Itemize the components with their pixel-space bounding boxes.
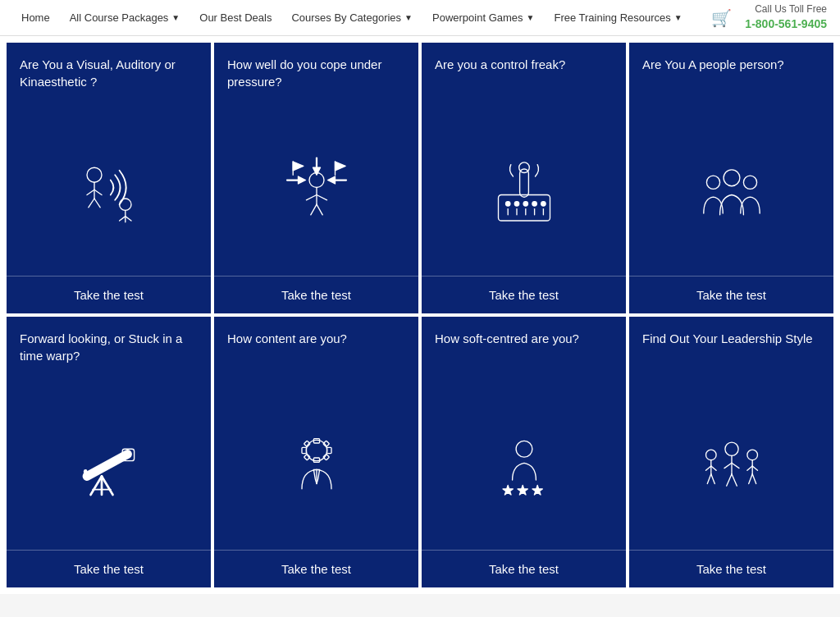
take-test-button[interactable]: Take the test bbox=[214, 276, 418, 313]
svg-line-4 bbox=[88, 199, 94, 208]
svg-line-66 bbox=[732, 474, 737, 486]
nav-deals[interactable]: Our Best Deals bbox=[191, 0, 280, 36]
take-test-button[interactable]: Take the test bbox=[7, 550, 211, 587]
nav-packages[interactable]: All Course Packages ▼ bbox=[62, 0, 189, 36]
phone-info: Call Us Toll Free 1-800-561-9405 bbox=[745, 2, 827, 32]
phone-number: 1-800-561-9405 bbox=[745, 16, 827, 33]
svg-marker-22 bbox=[335, 162, 345, 171]
card-leadership: Find Out Your Leadership Style bbox=[629, 317, 833, 587]
svg-line-75 bbox=[746, 466, 751, 470]
card-content: How content are you? bbox=[214, 317, 418, 587]
svg-line-13 bbox=[317, 195, 327, 200]
cart-icon[interactable]: 🛒 bbox=[711, 8, 732, 28]
card-learning-style: Are You a Visual, Auditory or Kinaesthet… bbox=[7, 43, 211, 313]
svg-line-8 bbox=[119, 217, 125, 221]
navbar: Home All Course Packages ▼ Our Best Deal… bbox=[0, 0, 840, 36]
card-title: Are You A people person? bbox=[642, 56, 820, 105]
telescope-icon bbox=[20, 389, 198, 542]
cards-grid: Are You a Visual, Auditory or Kinaesthet… bbox=[7, 43, 833, 587]
svg-point-73 bbox=[746, 450, 757, 460]
svg-rect-49 bbox=[302, 447, 306, 453]
svg-line-72 bbox=[710, 474, 714, 484]
svg-line-12 bbox=[306, 195, 317, 200]
svg-line-39 bbox=[87, 455, 128, 477]
svg-rect-23 bbox=[498, 195, 550, 222]
nav-resources[interactable]: Free Training Resources ▼ bbox=[546, 0, 690, 36]
svg-line-69 bbox=[705, 466, 710, 470]
card-title: How soft-centred are you? bbox=[435, 330, 613, 379]
svg-line-64 bbox=[732, 463, 739, 468]
card-title: How well do you cope under pressure? bbox=[227, 56, 405, 105]
svg-point-30 bbox=[541, 202, 545, 206]
svg-point-27 bbox=[514, 202, 518, 206]
card-telescope: Forward looking, or Stuck in a time warp… bbox=[7, 317, 211, 587]
nav-categories[interactable]: Courses By Categories ▼ bbox=[283, 0, 421, 36]
take-test-button[interactable]: Take the test bbox=[422, 550, 626, 587]
card-title: How content are you? bbox=[227, 330, 405, 379]
content-icon bbox=[227, 389, 405, 542]
svg-line-76 bbox=[752, 466, 757, 470]
svg-marker-16 bbox=[298, 176, 305, 184]
leadership-icon bbox=[642, 389, 820, 542]
svg-point-6 bbox=[119, 199, 130, 210]
pressure-icon bbox=[227, 115, 405, 267]
learning-style-icon bbox=[20, 115, 198, 267]
svg-point-61 bbox=[724, 442, 737, 455]
card-title: Forward looking, or Stuck in a time warp… bbox=[20, 330, 198, 379]
svg-line-2 bbox=[87, 190, 94, 194]
nav-powerpoint[interactable]: Powerpoint Games ▼ bbox=[424, 0, 542, 36]
main-content: Are You a Visual, Auditory or Kinaesthet… bbox=[0, 36, 840, 594]
take-test-button[interactable]: Take the test bbox=[422, 276, 626, 313]
svg-rect-50 bbox=[326, 447, 331, 453]
svg-line-77 bbox=[748, 474, 752, 484]
card-soft: How soft-centred are you? ★ ★ ★ Take the… bbox=[422, 317, 626, 587]
svg-point-38 bbox=[724, 170, 740, 186]
card-pressure: How well do you cope under pressure? bbox=[214, 43, 418, 313]
card-control: Are you a control freak? bbox=[422, 43, 626, 313]
card-title: Are you a control freak? bbox=[435, 56, 613, 105]
soft-icon: ★ ★ ★ bbox=[435, 389, 613, 542]
svg-line-42 bbox=[90, 477, 102, 496]
svg-line-43 bbox=[102, 477, 113, 496]
people-icon bbox=[642, 115, 820, 267]
svg-line-63 bbox=[724, 463, 732, 468]
svg-point-25 bbox=[518, 162, 529, 173]
control-icon bbox=[435, 115, 613, 267]
svg-text:★: ★ bbox=[502, 482, 514, 497]
svg-line-15 bbox=[317, 204, 322, 215]
svg-point-26 bbox=[505, 202, 509, 206]
card-title: Are You a Visual, Auditory or Kinaesthet… bbox=[20, 56, 198, 105]
nav-home[interactable]: Home bbox=[13, 0, 58, 36]
take-test-button[interactable]: Take the test bbox=[214, 550, 418, 587]
svg-line-78 bbox=[752, 474, 756, 484]
chevron-icon: ▼ bbox=[404, 13, 413, 22]
take-test-button[interactable]: Take the test bbox=[7, 276, 211, 313]
chevron-icon: ▼ bbox=[674, 13, 682, 22]
card-title: Find Out Your Leadership Style bbox=[642, 330, 820, 379]
svg-point-37 bbox=[743, 176, 756, 189]
svg-marker-18 bbox=[313, 167, 320, 175]
toll-free-label: Call Us Toll Free bbox=[745, 2, 827, 16]
svg-point-36 bbox=[706, 176, 719, 189]
svg-line-14 bbox=[310, 204, 316, 215]
svg-point-67 bbox=[705, 450, 716, 460]
take-test-button[interactable]: Take the test bbox=[629, 550, 833, 587]
svg-point-0 bbox=[87, 167, 102, 182]
take-test-button[interactable]: Take the test bbox=[629, 276, 833, 313]
svg-line-9 bbox=[125, 217, 130, 221]
svg-point-29 bbox=[532, 202, 536, 206]
card-people: Are You A people person? bbox=[629, 43, 833, 313]
svg-marker-17 bbox=[327, 176, 335, 184]
svg-line-5 bbox=[94, 199, 100, 208]
svg-line-65 bbox=[726, 474, 731, 486]
chevron-icon: ▼ bbox=[527, 13, 535, 22]
svg-point-28 bbox=[523, 202, 527, 206]
svg-point-57 bbox=[516, 441, 532, 457]
svg-line-71 bbox=[707, 474, 711, 484]
svg-line-3 bbox=[94, 190, 102, 194]
svg-text:★: ★ bbox=[532, 482, 543, 497]
svg-line-70 bbox=[710, 466, 715, 470]
svg-marker-20 bbox=[293, 162, 304, 171]
svg-text:★: ★ bbox=[517, 482, 528, 497]
chevron-icon: ▼ bbox=[171, 13, 180, 22]
